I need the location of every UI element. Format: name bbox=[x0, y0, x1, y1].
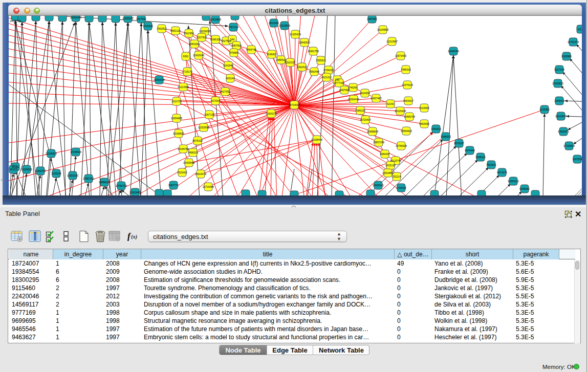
svg-text:3215955: 3215955 bbox=[539, 108, 550, 111]
svg-text:1362615: 1362615 bbox=[297, 65, 307, 69]
svg-text:10654112: 10654112 bbox=[508, 180, 519, 183]
svg-text:39153: 39153 bbox=[10, 168, 17, 171]
svg-text:9245652: 9245652 bbox=[519, 187, 530, 190]
svg-text:9115460: 9115460 bbox=[419, 106, 429, 110]
svg-text:16640910: 16640910 bbox=[299, 41, 310, 44]
svg-text:18807299: 18807299 bbox=[373, 141, 384, 144]
svg-text:10654985: 10654985 bbox=[171, 117, 182, 120]
svg-text:12093822: 12093822 bbox=[552, 82, 563, 85]
svg-text:10025438: 10025438 bbox=[395, 110, 406, 113]
svg-text:9474444: 9474444 bbox=[465, 149, 475, 152]
svg-text:7515526: 7515526 bbox=[143, 25, 153, 28]
svg-text:1621022: 1621022 bbox=[321, 76, 332, 79]
svg-text:16648784: 16648784 bbox=[448, 50, 459, 53]
svg-text:10607487: 10607487 bbox=[371, 97, 382, 100]
svg-text:8990448: 8990448 bbox=[309, 70, 319, 73]
svg-text:9146821: 9146821 bbox=[267, 53, 277, 56]
svg-text:17016504: 17016504 bbox=[563, 144, 575, 147]
svg-text:6497568: 6497568 bbox=[339, 89, 350, 92]
svg-text:19218506: 19218506 bbox=[279, 24, 290, 27]
svg-text:11325419: 11325419 bbox=[290, 33, 301, 36]
svg-text:546: 546 bbox=[230, 38, 235, 41]
svg-text:15692971: 15692971 bbox=[558, 130, 569, 133]
svg-text:10655287: 10655287 bbox=[122, 17, 134, 20]
svg-text:16033809: 16033809 bbox=[210, 18, 221, 21]
svg-text:10046786: 10046786 bbox=[178, 147, 189, 150]
svg-text:1244415: 1244415 bbox=[554, 99, 564, 102]
svg-text:2935114: 2935114 bbox=[475, 156, 485, 159]
svg-text:1733426: 1733426 bbox=[396, 186, 406, 189]
svg-text:2718170: 2718170 bbox=[182, 70, 192, 73]
svg-text:5938915: 5938915 bbox=[441, 135, 451, 138]
svg-text:10688609: 10688609 bbox=[367, 130, 378, 133]
svg-text:12213369: 12213369 bbox=[178, 85, 189, 89]
svg-text:20053346: 20053346 bbox=[154, 78, 165, 81]
svg-text:9227343: 9227343 bbox=[554, 68, 564, 71]
svg-text:62160: 62160 bbox=[387, 102, 394, 105]
svg-text:7625402: 7625402 bbox=[177, 171, 187, 174]
svg-text:19166825: 19166825 bbox=[173, 132, 184, 135]
svg-text:17159924: 17159924 bbox=[70, 150, 81, 154]
svg-text:8878332: 8878332 bbox=[192, 139, 203, 142]
svg-text:3624554: 3624554 bbox=[360, 92, 370, 95]
svg-text:1588520: 1588520 bbox=[276, 58, 286, 61]
svg-text:7386322: 7386322 bbox=[355, 109, 365, 112]
svg-text:12923465: 12923465 bbox=[129, 191, 141, 194]
svg-text:9463627: 9463627 bbox=[403, 99, 413, 102]
svg-text:1440914: 1440914 bbox=[431, 127, 441, 130]
svg-text:16154808: 16154808 bbox=[377, 28, 388, 31]
svg-text:2087682: 2087682 bbox=[367, 17, 377, 20]
svg-text:15751074: 15751074 bbox=[568, 40, 579, 43]
svg-text:8454749: 8454749 bbox=[246, 48, 256, 51]
svg-text:13495754: 13495754 bbox=[404, 115, 415, 118]
svg-text:8912954: 8912954 bbox=[184, 32, 194, 35]
svg-text:22420046: 22420046 bbox=[193, 54, 204, 57]
svg-text:8471676: 8471676 bbox=[497, 171, 507, 174]
svg-text:6893695: 6893695 bbox=[419, 122, 429, 125]
svg-text:20364436: 20364436 bbox=[348, 98, 359, 101]
svg-text:10543362: 10543362 bbox=[189, 42, 200, 46]
svg-text:19756928: 19756928 bbox=[396, 144, 407, 147]
svg-text:8186328: 8186328 bbox=[210, 38, 221, 41]
svg-text:252214: 252214 bbox=[393, 175, 401, 178]
svg-text:1167534: 1167534 bbox=[572, 158, 582, 161]
svg-text:8660124: 8660124 bbox=[170, 29, 181, 32]
svg-text:8813054: 8813054 bbox=[269, 21, 279, 25]
svg-text:18724007: 18724007 bbox=[289, 103, 300, 106]
svg-text:1145194: 1145194 bbox=[51, 172, 61, 175]
svg-text:9777169: 9777169 bbox=[334, 81, 344, 84]
svg-text:2867608: 2867608 bbox=[231, 44, 242, 47]
svg-text:1527602: 1527602 bbox=[136, 17, 146, 20]
svg-text:817004: 817004 bbox=[211, 99, 220, 102]
svg-text:(x): (x) bbox=[131, 234, 137, 240]
svg-text:11156829: 11156829 bbox=[21, 168, 32, 171]
svg-text:17857253: 17857253 bbox=[83, 177, 94, 180]
svg-text:12353594: 12353594 bbox=[198, 126, 209, 129]
svg-text:7632621: 7632621 bbox=[486, 163, 496, 166]
svg-text:16914479: 16914479 bbox=[195, 172, 206, 176]
svg-text:7955812: 7955812 bbox=[316, 59, 326, 62]
svg-text:16961758: 16961758 bbox=[308, 50, 319, 53]
svg-text:14536141: 14536141 bbox=[373, 184, 384, 187]
svg-text:1010755: 1010755 bbox=[171, 100, 182, 103]
svg-text:20206528: 20206528 bbox=[46, 152, 57, 155]
svg-text:10973493: 10973493 bbox=[395, 54, 406, 57]
svg-text:1322037: 1322037 bbox=[285, 61, 295, 64]
svg-text:9391: 9391 bbox=[183, 55, 188, 58]
svg-text:6679197: 6679197 bbox=[454, 142, 464, 145]
svg-text:8427552: 8427552 bbox=[220, 90, 230, 93]
svg-text:15409948: 15409948 bbox=[183, 161, 194, 164]
svg-text:12342757: 12342757 bbox=[35, 169, 46, 172]
svg-text:9457771: 9457771 bbox=[168, 184, 179, 187]
svg-text:1615132: 1615132 bbox=[385, 164, 396, 167]
svg-text:11124: 11124 bbox=[577, 28, 582, 31]
svg-text:16782759: 16782759 bbox=[116, 184, 127, 187]
svg-text:12213967: 12213967 bbox=[386, 40, 398, 43]
svg-text:12975115: 12975115 bbox=[402, 83, 413, 86]
svg-text:12503183: 12503183 bbox=[67, 174, 78, 177]
svg-text:13226058: 13226058 bbox=[199, 30, 210, 33]
svg-text:15720407: 15720407 bbox=[360, 118, 371, 121]
svg-text:6794028: 6794028 bbox=[323, 69, 334, 72]
svg-text:9327509: 9327509 bbox=[197, 36, 207, 39]
svg-text:7357224: 7357224 bbox=[228, 26, 238, 29]
